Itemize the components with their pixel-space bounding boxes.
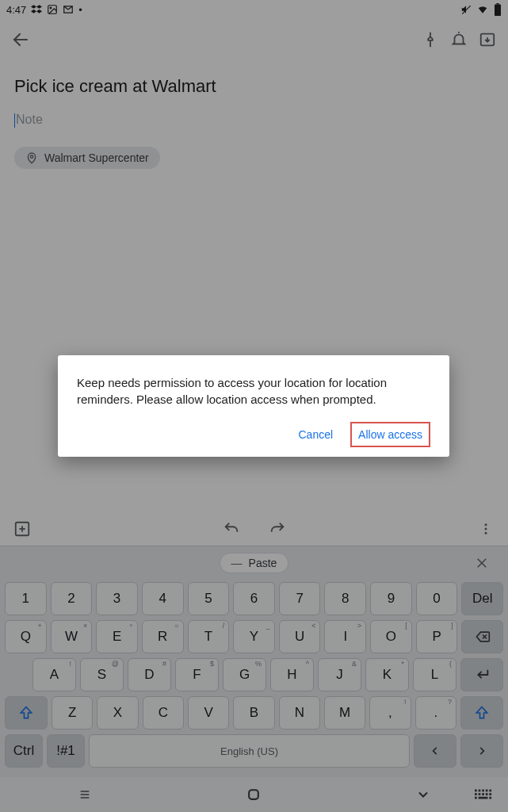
allow-access-button[interactable]: Allow access (350, 422, 430, 447)
permission-dialog: Keep needs permission to access your loc… (58, 355, 449, 457)
cancel-button[interactable]: Cancel (292, 422, 339, 447)
dialog-message: Keep needs permission to access your loc… (77, 374, 430, 408)
